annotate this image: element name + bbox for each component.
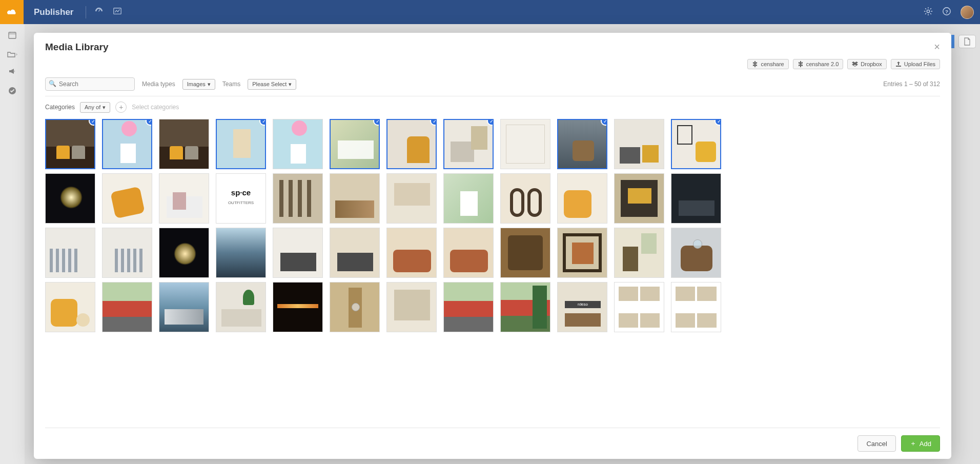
media-thumbnail[interactable] [45,282,95,332]
media-thumbnail[interactable] [330,282,380,332]
teams-label: Teams [222,80,240,88]
media-thumbnail[interactable] [159,119,209,169]
media-thumbnail[interactable] [102,282,152,332]
analytics-icon[interactable] [113,7,122,17]
media-thumbnail[interactable] [102,173,152,224]
source-chip[interactable]: Dropbox [847,59,887,69]
chip-label: censhare 2.0 [806,61,839,67]
media-thumbnail[interactable] [500,119,550,169]
chevron-down-icon: ▾ [289,81,292,88]
media-thumbnail[interactable] [273,228,323,278]
media-thumbnail[interactable]: ✓ [330,119,380,169]
search-input[interactable] [45,77,135,91]
media-thumbnail[interactable] [557,173,607,224]
app-logo[interactable] [0,0,24,24]
media-thumbnail[interactable] [614,173,664,224]
teams-value: Please Select [252,81,287,87]
filter-row: 🔍 Media types Images ▾ Teams Please Sele… [45,74,940,96]
settings-icon[interactable] [924,7,933,17]
media-thumbnail[interactable] [330,173,380,224]
media-thumbnail[interactable] [330,228,380,278]
media-thumbnail[interactable] [386,282,437,332]
media-thumbnail[interactable] [500,228,550,278]
modal-footer: Cancel ＋ Add [45,428,940,459]
dashboard-icon[interactable] [94,7,104,17]
media-thumbnail[interactable] [386,173,437,224]
media-thumbnail[interactable] [443,173,494,224]
media-types-label: Media types [142,80,175,88]
media-thumbnail[interactable] [45,228,95,278]
media-thumbnail[interactable] [671,282,721,332]
media-thumbnail[interactable] [386,228,437,278]
svg-text:?: ? [945,9,948,14]
media-grid: ✓✓✓✓✓✓✓✓sp·ceOUTFITTERSrdeso [34,116,951,428]
add-label: Add [920,440,931,448]
add-button[interactable]: ＋ Add [901,435,940,452]
media-thumbnail[interactable] [614,119,664,169]
help-icon[interactable]: ? [942,7,951,17]
media-thumbnail[interactable]: ✓ [216,119,266,169]
categories-mode-select[interactable]: Any of ▾ [80,102,110,113]
media-thumbnail[interactable]: rdeso [557,282,607,332]
categories-label: Categories [45,104,75,111]
media-thumbnail[interactable] [159,282,209,332]
media-thumbnail[interactable] [45,173,95,224]
media-thumbnail[interactable] [614,282,664,332]
media-thumbnail[interactable]: ✓ [386,119,437,169]
source-chip[interactable]: censhare [747,59,788,69]
media-thumbnail[interactable] [557,228,607,278]
chip-label: Dropbox [861,61,882,67]
media-thumbnail[interactable] [500,173,550,224]
media-types-value: Images [187,81,206,87]
media-thumbnail[interactable] [671,228,721,278]
categories-row: Categories Any of ▾ + Select categories [45,96,940,116]
media-types-select[interactable]: Images ▾ [182,79,215,90]
source-row: censharecenshare 2.0DropboxUpload Files [34,57,951,74]
chip-label: censhare [761,61,784,67]
media-thumbnail[interactable]: ✓ [443,119,494,169]
media-thumbnail[interactable]: sp·ceOUTFITTERS [216,173,266,224]
media-thumbnail[interactable] [216,282,266,332]
media-thumbnail[interactable] [273,173,323,224]
categories-mode-value: Any of [85,104,100,110]
media-thumbnail[interactable] [273,282,323,332]
media-thumbnail[interactable] [500,282,550,332]
media-thumbnail[interactable] [159,173,209,224]
cloud-icon [6,8,17,16]
media-thumbnail[interactable] [614,228,664,278]
media-thumbnail[interactable]: ✓ [671,119,721,169]
brand-name: Publisher [34,7,73,17]
source-chip[interactable]: censhare 2.0 [793,59,844,69]
media-thumbnail[interactable] [273,119,323,169]
teams-select[interactable]: Please Select ▾ [248,79,296,90]
media-thumbnail[interactable]: ✓ [557,119,607,169]
media-thumbnail[interactable]: ✓ [102,119,152,169]
chip-label: Upload Files [904,61,935,67]
media-thumbnail[interactable] [671,173,721,224]
media-thumbnail[interactable] [443,282,494,332]
media-thumbnail[interactable]: ✓ [45,119,95,169]
media-thumbnail[interactable] [443,228,494,278]
chevron-down-icon: ▾ [103,104,106,111]
media-thumbnail[interactable] [102,228,152,278]
avatar[interactable] [961,6,974,19]
add-category-button[interactable]: + [115,102,127,113]
chevron-down-icon: ▾ [208,81,211,88]
entries-text: Entries 1 – 50 of 312 [883,80,940,88]
media-thumbnail[interactable] [216,228,266,278]
divider [86,6,86,18]
modal-title: Media Library [45,42,109,53]
media-library-modal: Media Library × censharecenshare 2.0Drop… [34,33,951,459]
plus-icon: ＋ [910,439,916,448]
categories-placeholder: Select categories [132,104,179,111]
close-icon[interactable]: × [934,41,940,53]
cancel-button[interactable]: Cancel [858,435,895,452]
topbar: Publisher ? [0,0,980,24]
search-icon: 🔍 [49,80,56,87]
media-thumbnail[interactable] [159,228,209,278]
source-chip[interactable]: Upload Files [891,59,940,69]
svg-point-1 [927,10,929,12]
